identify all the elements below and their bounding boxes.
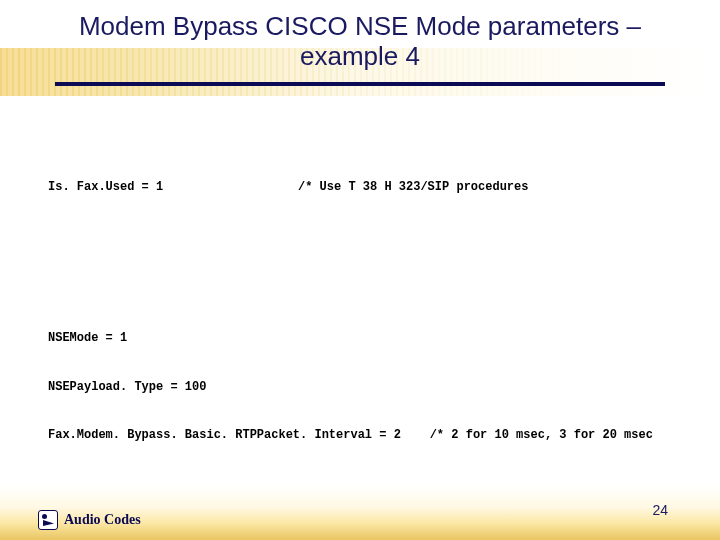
param-line: NSEMode = 1 <box>48 330 672 346</box>
param-key: Is. Fax.Used = 1 <box>48 179 298 195</box>
logo-text: Audio Codes <box>64 512 141 528</box>
brand-logo: Audio Codes <box>38 510 141 530</box>
param-comment: /* 2 for 10 msec, 3 for 20 msec <box>430 427 653 443</box>
content-area: Is. Fax.Used = 1 /* Use T 38 H 323/SIP p… <box>0 86 720 540</box>
param-key: Fax.Modem. Bypass. Basic. RTPPacket. Int… <box>48 427 430 443</box>
param-row: Fax.Modem. Bypass. Basic. RTPPacket. Int… <box>48 427 672 443</box>
param-comment: /* Use T 38 H 323/SIP procedures <box>298 179 528 195</box>
param-line: NSEPayload. Type = 100 <box>48 379 672 395</box>
page-title: Modem Bypass CISCO NSE Mode parameters –… <box>0 0 720 76</box>
param-row: Is. Fax.Used = 1 /* Use T 38 H 323/SIP p… <box>48 179 672 195</box>
page-number: 24 <box>652 502 668 518</box>
logo-icon <box>38 510 58 530</box>
